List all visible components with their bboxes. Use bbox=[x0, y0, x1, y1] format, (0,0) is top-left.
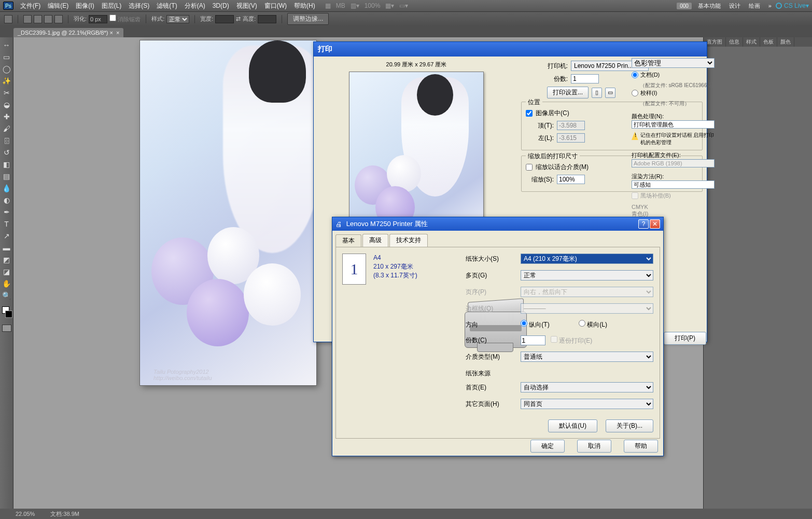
hand-tool-icon[interactable]: ✋ bbox=[1, 278, 12, 289]
other-pages-select[interactable]: 同首页 bbox=[521, 399, 653, 409]
document-canvas[interactable]: Tailu Potography2012 http://weibo.com/tu… bbox=[140, 40, 316, 385]
fit-media-checkbox[interactable] bbox=[526, 164, 533, 171]
tool-preset-icon[interactable] bbox=[4, 15, 12, 23]
menu-view[interactable]: 视图(V) bbox=[233, 2, 261, 10]
path-tool-icon[interactable]: ↗ bbox=[1, 230, 12, 242]
cs-live-button[interactable]: CS Live▾ bbox=[776, 2, 809, 9]
menu-3d[interactable]: 3D(D) bbox=[209, 2, 233, 9]
cancel-button[interactable]: 取消 bbox=[577, 440, 611, 453]
launch-mb-icon[interactable]: MB bbox=[336, 2, 345, 9]
handling-input[interactable] bbox=[632, 120, 715, 129]
document-tab[interactable]: _DSC2399-1.jpg @ 22.1%(RGB/8*) × × bbox=[13, 28, 123, 37]
help-icon[interactable]: ? bbox=[638, 219, 649, 229]
crop-tool-icon[interactable]: ✂ bbox=[1, 87, 12, 99]
history-brush-tool-icon[interactable]: ↺ bbox=[1, 147, 12, 158]
refine-edge-button[interactable]: 调整边缘... bbox=[287, 13, 329, 25]
workspace-paint[interactable]: 绘画 bbox=[745, 2, 764, 10]
selection-intersect-icon[interactable] bbox=[54, 15, 63, 23]
multipage-select[interactable]: 正常 bbox=[521, 270, 653, 280]
tab-basic[interactable]: 基本 bbox=[335, 234, 361, 247]
tab-support[interactable]: 技术支持 bbox=[389, 234, 428, 247]
background-swatch[interactable] bbox=[5, 311, 12, 318]
stamp-tool-icon[interactable]: ⌹ bbox=[1, 135, 12, 146]
selection-new-icon[interactable] bbox=[23, 15, 32, 23]
cm-mode-select[interactable]: 色彩管理 bbox=[632, 58, 715, 68]
swap-icon[interactable]: ⇄ bbox=[236, 16, 241, 22]
portrait-radio[interactable]: 纵向(T) bbox=[521, 320, 570, 329]
menu-file[interactable]: 文件(F) bbox=[17, 2, 44, 10]
menu-analysis[interactable]: 分析(A) bbox=[181, 2, 209, 10]
menu-filter[interactable]: 滤镜(T) bbox=[153, 2, 180, 10]
status-zoom[interactable]: 22.05% bbox=[16, 511, 35, 517]
paper-size-select[interactable]: A4 (210 x 297毫米) bbox=[521, 254, 653, 264]
antialias-checkbox[interactable]: 消除锯齿 bbox=[109, 15, 141, 23]
help-button[interactable]: 帮助 bbox=[624, 440, 658, 453]
menu-layer[interactable]: 图层(L) bbox=[98, 2, 125, 10]
close-icon[interactable]: ✕ bbox=[650, 219, 660, 229]
menu-select[interactable]: 选择(S) bbox=[125, 2, 153, 10]
copies-input[interactable] bbox=[571, 74, 599, 83]
eyedropper-tool-icon[interactable]: ◒ bbox=[1, 99, 12, 110]
dodge-tool-icon[interactable]: ◐ bbox=[1, 194, 12, 206]
menu-edit[interactable]: 编辑(E) bbox=[44, 2, 72, 10]
height-input[interactable] bbox=[258, 15, 276, 23]
scale-input[interactable] bbox=[557, 175, 585, 184]
color-swatches[interactable] bbox=[3, 306, 10, 321]
brush-tool-icon[interactable]: 🖌 bbox=[1, 123, 12, 134]
center-image-checkbox[interactable] bbox=[526, 110, 533, 117]
print-settings-button[interactable]: 打印设置... bbox=[547, 87, 589, 99]
feather-input[interactable] bbox=[89, 15, 107, 23]
menu-image[interactable]: 图像(I) bbox=[72, 2, 97, 10]
menu-help[interactable]: 帮助(H) bbox=[290, 2, 319, 10]
first-page-select[interactable]: 自动选择 bbox=[521, 382, 653, 392]
zoom-level[interactable]: 100% bbox=[365, 2, 381, 9]
close-icon[interactable]: × bbox=[116, 30, 119, 36]
media-type-select[interactable]: 普通纸 bbox=[521, 352, 653, 362]
3d-camera-tool-icon[interactable]: ◪ bbox=[1, 266, 12, 277]
3d-tool-icon[interactable]: ◩ bbox=[1, 254, 12, 265]
tab-advanced[interactable]: 高级 bbox=[362, 234, 388, 247]
workspace-design[interactable]: 设计 bbox=[725, 2, 745, 10]
gradient-tool-icon[interactable]: ▤ bbox=[1, 171, 12, 182]
wand-tool-icon[interactable]: ✨ bbox=[1, 75, 12, 87]
landscape-icon[interactable]: ▭ bbox=[605, 88, 615, 98]
lasso-tool-icon[interactable]: ◯ bbox=[1, 63, 12, 75]
panel-tab[interactable]: 信息 bbox=[726, 37, 743, 47]
panel-tab[interactable]: 样式 bbox=[743, 37, 760, 47]
move-tool-icon[interactable]: ↔ bbox=[1, 39, 12, 51]
panel-tab[interactable]: 颜色 bbox=[777, 37, 794, 47]
screen-mode-icon[interactable]: ▭▾ bbox=[399, 2, 408, 9]
landscape-radio[interactable]: 横向(L) bbox=[579, 320, 628, 329]
cm-proof-radio[interactable] bbox=[632, 90, 638, 96]
status-doc[interactable]: 文档:38.9M bbox=[50, 510, 79, 518]
ok-button[interactable]: 确定 bbox=[530, 440, 565, 453]
panel-tab[interactable]: 色板 bbox=[760, 37, 777, 47]
defaults-button[interactable]: 默认值(U) bbox=[548, 419, 597, 432]
workspace-basic[interactable]: 基本功能 bbox=[694, 2, 725, 10]
arrange-docs-icon[interactable]: ▦▾ bbox=[385, 2, 394, 9]
selection-add-icon[interactable] bbox=[34, 15, 42, 23]
essentials-badge[interactable]: 000 bbox=[677, 3, 692, 9]
eraser-tool-icon[interactable]: ◧ bbox=[1, 159, 12, 170]
portrait-icon[interactable]: ▯ bbox=[592, 88, 602, 98]
zoom-tool-icon[interactable]: 🔍 bbox=[1, 290, 12, 301]
quickmask-icon[interactable] bbox=[2, 325, 11, 332]
type-tool-icon[interactable]: T bbox=[1, 218, 12, 230]
launch-bridge-icon[interactable]: ▦ bbox=[325, 2, 331, 9]
shape-tool-icon[interactable]: ▬ bbox=[1, 242, 12, 254]
selection-subtract-icon[interactable] bbox=[44, 15, 52, 23]
intent-input[interactable] bbox=[632, 180, 715, 189]
width-input[interactable] bbox=[215, 15, 234, 23]
menu-window[interactable]: 窗口(W) bbox=[261, 2, 290, 10]
workspace-more-icon[interactable]: » bbox=[764, 3, 776, 9]
style-select[interactable]: 正常 bbox=[166, 15, 189, 23]
healing-tool-icon[interactable]: ✚ bbox=[1, 111, 12, 122]
about-button[interactable]: 关于(B)... bbox=[606, 419, 653, 432]
pen-tool-icon[interactable]: ✒ bbox=[1, 206, 12, 218]
print-button[interactable]: 打印(P) bbox=[664, 332, 706, 345]
blur-tool-icon[interactable]: 💧 bbox=[1, 183, 12, 194]
marquee-tool-icon[interactable]: ▭ bbox=[1, 51, 12, 63]
view-extras-icon[interactable]: ▥▾ bbox=[351, 2, 359, 9]
props-copies-input[interactable] bbox=[521, 335, 545, 345]
cm-document-radio[interactable] bbox=[632, 72, 638, 78]
